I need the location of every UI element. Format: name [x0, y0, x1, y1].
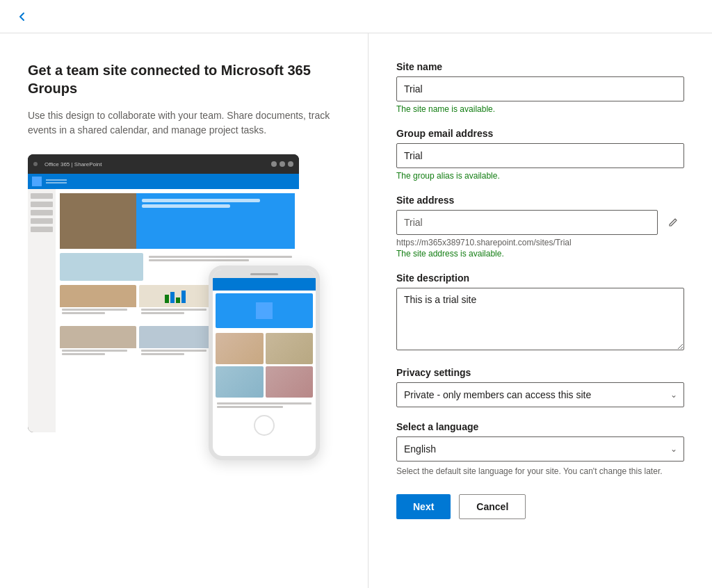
grid-item-2: [139, 285, 216, 323]
tablet-header: Office 365 | SharePoint: [28, 154, 299, 174]
button-row: Next Cancel: [396, 494, 684, 519]
tablet-sidebar: [28, 189, 56, 432]
privacy-settings-label: Privacy settings: [396, 367, 684, 378]
grid-text-4: [60, 348, 136, 358]
sidebar-item-5: [31, 227, 53, 232]
tablet-dot-3: [280, 161, 285, 167]
language-select-wrapper: English French German Spanish ⌄: [396, 436, 684, 462]
privacy-select-wrapper: Private - only members can access this s…: [396, 382, 684, 407]
cancel-button[interactable]: Cancel: [459, 494, 526, 519]
hero-line-1: [142, 199, 260, 202]
hero-accent: [142, 213, 156, 214]
preview-container: Office 365 | SharePoint: [28, 154, 334, 460]
site-name-input[interactable]: [396, 76, 684, 101]
tablet-nav: [28, 174, 299, 189]
strip-line-2: [149, 259, 249, 261]
back-button[interactable]: [11, 6, 33, 28]
hero-line-2: [142, 204, 230, 208]
right-panel: Site name The site name is available. Gr…: [369, 33, 712, 588]
site-address-input[interactable]: [396, 210, 658, 235]
group-email-label: Group email address: [396, 128, 684, 139]
phone-notch: [213, 270, 316, 278]
site-address-row: [396, 210, 684, 235]
phone-body: [213, 291, 316, 411]
site-description-input[interactable]: This is a trial site: [396, 288, 684, 350]
tablet-header-label: Office 365 | SharePoint: [44, 161, 102, 168]
tablet-hero-image: [60, 193, 136, 249]
sidebar-item-4: [31, 218, 53, 224]
phone-grid-photo: [266, 333, 314, 364]
site-name-group: Site name The site name is available.: [396, 61, 684, 114]
page-description: Use this design to collaborate with your…: [28, 108, 340, 138]
grid-item-5: [139, 326, 216, 364]
top-bar: [0, 0, 712, 33]
site-address-label: Site address: [396, 195, 684, 206]
site-name-available: The site name is available.: [396, 104, 684, 114]
site-description-label: Site description: [396, 272, 684, 284]
grid-img-5: [139, 326, 216, 348]
tablet-dot-4: [288, 161, 293, 167]
tablet-logo: [32, 177, 42, 186]
site-address-group: Site address https://m365x389710.sharepo…: [396, 195, 684, 259]
page-title: Get a team site connected to Microsoft 3…: [28, 61, 340, 97]
tablet-hero-content: [136, 193, 295, 249]
site-url-text: https://m365x389710.sharepoint.com/sites…: [396, 238, 684, 247]
phone-hero-square: [256, 302, 273, 319]
svg-rect-0: [165, 295, 169, 303]
svg-rect-1: [170, 292, 175, 303]
phone-nav: [213, 278, 316, 291]
phone-hero: [216, 293, 313, 328]
tablet-nav-links: [46, 179, 67, 183]
site-name-label: Site name: [396, 61, 684, 72]
grid-img-1: [60, 285, 136, 307]
tablet-hero: [60, 193, 295, 249]
group-email-available: The group alias is available.: [396, 171, 684, 181]
strip-line-1: [149, 256, 292, 258]
next-button[interactable]: Next: [396, 494, 451, 519]
phone-notch-bar: [250, 273, 278, 275]
grid-item-1: [60, 285, 136, 323]
grid-text-2: [139, 307, 216, 317]
phone-grid-item-2: [266, 333, 314, 364]
left-panel: Get a team site connected to Microsoft 3…: [0, 33, 369, 588]
phone-grid: [216, 333, 313, 398]
tablet-dot-1: [33, 162, 38, 166]
grid-text-5: [139, 348, 216, 358]
sidebar-item-1: [31, 193, 53, 199]
tablet-nav-line-1: [46, 179, 67, 181]
edit-site-address-button[interactable]: [662, 210, 684, 235]
site-address-available: The site address is available.: [396, 249, 684, 259]
grid-item-4: [60, 326, 136, 364]
sidebar-item-2: [31, 202, 53, 207]
group-email-input[interactable]: [396, 143, 684, 168]
main-content: Get a team site connected to Microsoft 3…: [0, 33, 712, 588]
privacy-select[interactable]: Private - only members can access this s…: [396, 382, 684, 407]
grid-text-1: [60, 307, 136, 317]
phone-grid-item-4: [266, 366, 314, 398]
language-hint: Select the default site language for you…: [396, 466, 684, 477]
language-select[interactable]: English French German Spanish: [396, 436, 684, 462]
tablet-nav-line-2: [46, 182, 67, 183]
phone-text-lines: [216, 402, 313, 408]
grid-img-2: [139, 285, 216, 307]
language-group: Select a language English French German …: [396, 421, 684, 477]
sidebar-item-3: [31, 210, 53, 215]
phone-grid-item-3: [216, 366, 264, 398]
grid-img-4: [60, 326, 136, 348]
site-description-group: Site description This is a trial site: [396, 272, 684, 353]
phone-line-1: [217, 402, 312, 405]
tablet-dot-2: [271, 161, 277, 167]
phone-line-2: [217, 406, 283, 408]
phone-home-button: [254, 415, 275, 436]
svg-rect-3: [181, 291, 186, 303]
strip-img-1: [60, 253, 143, 281]
language-label: Select a language: [396, 421, 684, 432]
svg-rect-2: [176, 297, 180, 303]
phone-mockup: [209, 266, 320, 460]
privacy-settings-group: Privacy settings Private - only members …: [396, 367, 684, 407]
group-email-group: Group email address The group alias is a…: [396, 128, 684, 181]
phone-grid-item-1: [216, 333, 264, 364]
